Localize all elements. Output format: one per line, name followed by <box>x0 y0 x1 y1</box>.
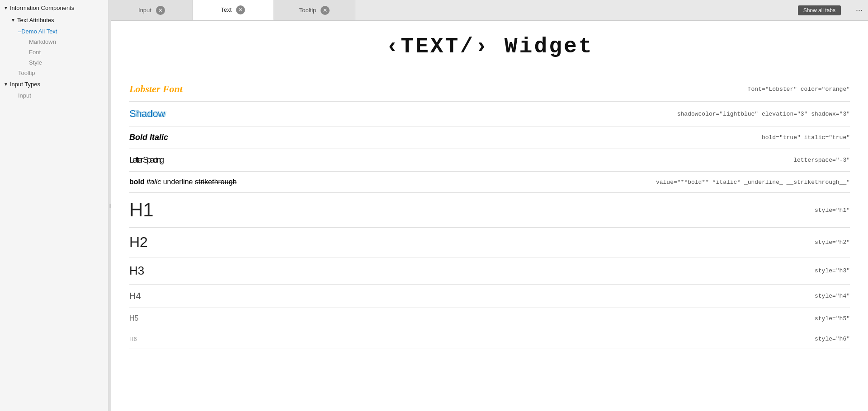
h3-text: H3 <box>129 264 144 277</box>
h1-demo: H1 <box>129 199 806 221</box>
demo-row-h1: H1 style="h1" <box>129 193 850 228</box>
shadow-demo: Shadow <box>129 108 668 120</box>
shadow-text: Shadow <box>129 108 165 119</box>
h1-code: style="h1" <box>815 207 850 214</box>
markdown-code: value="**bold** *italic* _underline_ __s… <box>656 179 850 186</box>
demo-row-h2: H2 style="h2" <box>129 228 850 257</box>
tab-input[interactable]: Input ✕ <box>111 0 193 20</box>
main-panel: Input ✕ Text ✕ Tooltip ✕ Show all tabs ·… <box>111 0 868 411</box>
tab-tooltip-close-button[interactable]: ✕ <box>321 6 330 15</box>
sidebar-item-demo-all-text[interactable]: Demo All Text <box>14 26 108 37</box>
sidebar-group-input-types: Input <box>0 90 108 101</box>
demo-row-h3: H3 style="h3" <box>129 257 850 285</box>
letter-spacing-demo: Letter Spacing <box>129 155 784 165</box>
sidebar-group-text-attributes-children: Demo All Text Markdown Font Style <box>7 26 108 68</box>
bold-italic-demo: Bold Italic <box>129 133 753 142</box>
sidebar-section-information-components[interactable]: ▼ Information Components <box>0 2 108 14</box>
sidebar-item-markdown[interactable]: Markdown <box>14 37 108 47</box>
demo-row-h6: H6 style="h6" <box>129 329 850 349</box>
letter-spacing-text: Letter Spacing <box>129 155 163 164</box>
h4-code: style="h4" <box>815 293 850 299</box>
sidebar-item-style[interactable]: Style <box>14 57 108 68</box>
tab-input-close-button[interactable]: ✕ <box>156 6 165 15</box>
lobster-font-text: Lobster Font <box>129 83 183 94</box>
h3-code: style="h3" <box>815 267 850 274</box>
h6-text: H6 <box>129 336 137 342</box>
tab-text-close-button[interactable]: ✕ <box>236 5 245 14</box>
sidebar: ▼ Information Components ▼ Text Attribut… <box>0 0 108 411</box>
widget-title: ‹TEXT/› Widget <box>129 30 850 63</box>
demo-row-lobster: Lobster Font font="Lobster" color="orang… <box>129 77 850 102</box>
demo-row-markdown: bold italic underline strikethrough valu… <box>129 172 850 193</box>
sidebar-item-font[interactable]: Font <box>14 47 108 57</box>
tab-tooltip[interactable]: Tooltip ✕ <box>274 0 355 20</box>
h3-demo: H3 <box>129 264 806 278</box>
lobster-font-demo: Lobster Font <box>129 83 739 95</box>
tab-text[interactable]: Text ✕ <box>193 0 274 20</box>
tab-more-button[interactable]: ··· <box>850 0 868 20</box>
h4-demo: H4 <box>129 291 806 301</box>
demo-row-letter-spacing: Letter Spacing letterspace="-3" <box>129 149 850 172</box>
h6-demo: H6 <box>129 336 806 342</box>
content-area: ‹TEXT/› Widget Lobster Font font="Lobste… <box>111 21 868 411</box>
bold-italic-code: bold="true" italic="true" <box>762 134 850 141</box>
h2-demo: H2 <box>129 234 806 251</box>
markdown-demo: bold italic underline strikethrough <box>129 178 647 186</box>
tab-bar: Input ✕ Text ✕ Tooltip ✕ Show all tabs ·… <box>111 0 868 21</box>
arrow-down-icon-3: ▼ <box>4 82 8 87</box>
h5-demo: H5 <box>129 314 806 322</box>
letter-spacing-code: letterspace="-3" <box>793 157 850 163</box>
shadow-code: shadowcolor="lightblue" elevation="3" sh… <box>677 111 850 117</box>
sidebar-item-tooltip[interactable]: Tooltip <box>7 68 108 78</box>
sidebar-section-input-types[interactable]: ▼ Input Types <box>0 78 108 90</box>
demo-row-h5: H5 style="h5" <box>129 308 850 329</box>
show-all-tabs-button[interactable]: Show all tabs <box>798 5 841 15</box>
h6-code: style="h6" <box>815 336 850 342</box>
markdown-text: bold italic underline strikethrough <box>129 178 236 186</box>
h5-text: H5 <box>129 314 138 322</box>
sidebar-item-input[interactable]: Input <box>7 90 108 101</box>
demo-row-bold-italic: Bold Italic bold="true" italic="true" <box>129 126 850 149</box>
demo-row-h4: H4 style="h4" <box>129 285 850 308</box>
sidebar-item-text-attributes[interactable]: ▼ Text Attributes <box>7 14 108 26</box>
arrow-down-icon: ▼ <box>4 5 8 10</box>
h2-text: H2 <box>129 234 148 250</box>
sidebar-group-text-attributes: ▼ Text Attributes Demo All Text Markdown… <box>0 14 108 78</box>
arrow-down-icon-2: ▼ <box>11 18 15 23</box>
h4-text: H4 <box>129 291 141 301</box>
h2-code: style="h2" <box>815 239 850 246</box>
h5-code: style="h5" <box>815 315 850 322</box>
h1-text: H1 <box>129 199 154 220</box>
lobster-font-code: font="Lobster" color="orange" <box>748 86 850 93</box>
demo-row-shadow: Shadow shadowcolor="lightblue" elevation… <box>129 102 850 126</box>
bold-italic-text: Bold Italic <box>129 133 168 142</box>
